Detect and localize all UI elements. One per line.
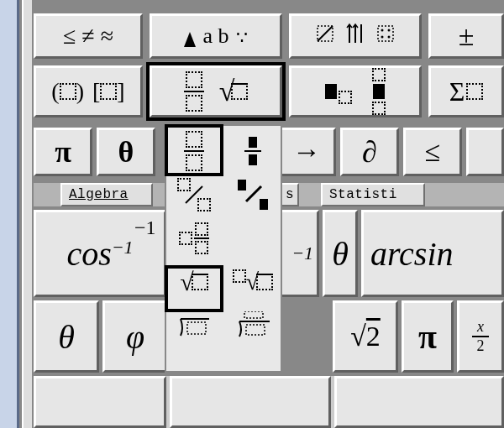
popup-diag-solid[interactable] (228, 175, 278, 215)
svg-rect-5 (378, 26, 393, 41)
button-row5b[interactable] (170, 376, 331, 428)
popup-diag-dashed[interactable] (169, 175, 219, 215)
tab-statistics[interactable]: Statisti (321, 183, 425, 206)
arrowhead-icon (184, 32, 196, 47)
svg-point-6 (381, 29, 384, 32)
matrix-icon-1 (316, 24, 334, 48)
inner-border (22, 0, 32, 428)
svg-rect-13 (187, 322, 206, 334)
palette-sum[interactable]: Σ (428, 65, 504, 117)
subsup-icon-1 (325, 84, 352, 99)
palette-plusminus[interactable]: ± (428, 13, 504, 59)
palette-fences[interactable]: () [] (34, 65, 143, 117)
sup-fragment: −1 (134, 217, 156, 239)
svg-rect-16 (246, 325, 265, 335)
button-inv-theta-left[interactable]: −1 (277, 210, 319, 297)
subsup-icon-2 (372, 68, 386, 115)
popup-mixed-dashed[interactable] (169, 218, 219, 258)
button-theta-small[interactable]: θ (34, 300, 99, 373)
svg-point-7 (388, 29, 391, 32)
sup-minus1: −1 (291, 243, 313, 264)
popup-longdiv-solid[interactable] (228, 305, 278, 346)
fraction-template-icon (184, 71, 204, 112)
button-theta-big[interactable]: θ (323, 210, 358, 297)
tab-statistics-label: Statisti (329, 187, 397, 202)
popup-nthroot-dashed[interactable]: √ (228, 262, 278, 302)
svg-line-1 (318, 26, 333, 41)
palette-subsup[interactable] (289, 65, 422, 117)
popup-fraction-dashed[interactable] (169, 131, 219, 171)
svg-point-8 (381, 36, 384, 39)
paren-template-icon: () (51, 78, 84, 105)
button-arcsin[interactable]: arcsin (361, 210, 504, 297)
palette-spaces[interactable]: a b ∵ (150, 13, 282, 59)
popup-longdiv-dashed[interactable] (169, 305, 219, 346)
sqrt2-label: √2 (350, 321, 381, 352)
popup-empty (228, 218, 278, 258)
window-left-border (0, 0, 19, 428)
radical-template-icon: √ (219, 76, 249, 107)
theta-label: θ (118, 134, 134, 170)
svg-point-9 (388, 36, 391, 39)
button-phi[interactable]: φ (102, 300, 168, 373)
sum-icon: Σ (449, 76, 484, 107)
half-label: x2 (472, 318, 489, 355)
svg-rect-14 (244, 311, 263, 318)
pi2-label: π (418, 317, 437, 357)
tab-algebra[interactable]: Algebra (60, 183, 153, 206)
palette-relational-label: ≤ ≠ ≈ (63, 23, 113, 50)
palette-fractions-radicals[interactable]: √ (150, 65, 282, 117)
theta-small-label: θ (58, 317, 75, 357)
symbol-more[interactable] (466, 128, 504, 176)
cos-inv-label: cos−1 (66, 234, 133, 274)
button-half[interactable]: x2 (457, 300, 504, 373)
matrix-icon-2 (346, 23, 365, 50)
fraction-radical-popup: √ √ (165, 124, 282, 373)
theta-big-label: θ (332, 234, 349, 274)
tab-s-label: s (286, 187, 294, 202)
spaces-label: a b (202, 23, 228, 49)
partial-label: ∂ (362, 134, 377, 170)
palette-relational[interactable]: ≤ ≠ ≈ (34, 13, 143, 59)
matrix-icon-3 (376, 24, 395, 48)
symbol-arrow[interactable]: → (277, 128, 336, 176)
symbol-pi[interactable]: π (34, 128, 92, 176)
button-pi-2[interactable]: π (402, 300, 454, 373)
popup-fraction-solid[interactable] (228, 131, 278, 171)
plusminus-label: ± (459, 20, 475, 52)
arcsin-label: arcsin (370, 234, 454, 274)
symbol-le[interactable]: ≤ (403, 128, 462, 176)
popup-sqrt-dashed[interactable]: √ (169, 262, 219, 302)
button-row5a[interactable] (34, 376, 166, 428)
longdiv-icon-1 (176, 312, 213, 339)
palette-matrix-icons[interactable] (289, 13, 422, 59)
le-label: ≤ (425, 136, 441, 168)
bracket-template-icon: [] (92, 78, 125, 105)
tab-algebra-label: Algebra (69, 187, 129, 202)
arrow-label: → (292, 136, 321, 168)
phi-label: φ (126, 317, 144, 357)
longdiv-icon-2 (233, 311, 273, 340)
pi-label: π (55, 134, 71, 170)
button-row5c[interactable] (334, 376, 504, 428)
symbol-theta[interactable]: θ (97, 128, 155, 176)
symbol-partial[interactable]: ∂ (340, 128, 399, 176)
button-sqrt2[interactable]: √2 (333, 300, 398, 373)
